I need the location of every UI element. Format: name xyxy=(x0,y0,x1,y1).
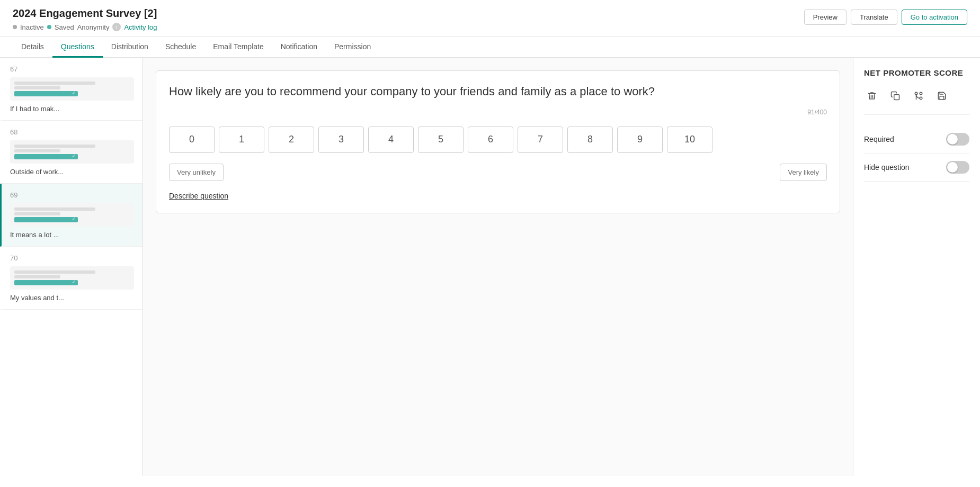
page-header: 2024 Engagement Survey [2] Inactive Save… xyxy=(0,0,980,37)
tab-details[interactable]: Details xyxy=(13,37,52,58)
required-row: Required xyxy=(864,125,969,154)
main-layout: 67 If I had to mak... 68 Outside of work… xyxy=(0,58,980,476)
copy-icon[interactable] xyxy=(887,88,903,104)
question-editor: How likely are you to recommend your com… xyxy=(156,70,840,213)
header-actions: Preview Translate Go to activation xyxy=(804,7,967,25)
preview-line-70-2 xyxy=(14,275,60,278)
describe-question-link[interactable]: Describe question xyxy=(169,192,228,200)
nps-label-right[interactable]: Very likely xyxy=(780,164,827,181)
nps-btn-1[interactable]: 1 xyxy=(219,127,264,153)
required-toggle[interactable] xyxy=(946,133,969,146)
nav-tabs: Details Questions Distribution Schedule … xyxy=(0,37,980,58)
preview-line-69-2 xyxy=(14,212,60,215)
nps-btn-2[interactable]: 2 xyxy=(269,127,314,153)
preview-line-68-2 xyxy=(14,149,60,152)
card-number-67: 67 xyxy=(10,65,134,73)
preview-line-2 xyxy=(14,86,60,89)
question-card-68[interactable]: 68 Outside of work... xyxy=(0,121,142,184)
question-card-69[interactable]: 69 It means a lot ... xyxy=(0,184,142,247)
tab-email-template[interactable]: Email Template xyxy=(204,37,272,58)
preview-bar-69 xyxy=(14,217,78,222)
nps-btn-0[interactable]: 0 xyxy=(169,127,215,153)
svg-rect-0 xyxy=(894,95,899,100)
nps-btn-5[interactable]: 5 xyxy=(418,127,464,153)
card-preview-70 xyxy=(10,266,134,290)
card-number-68: 68 xyxy=(10,128,134,136)
status-saved: Saved xyxy=(55,23,74,31)
go-to-activation-button[interactable]: Go to activation xyxy=(902,10,967,25)
tab-schedule[interactable]: Schedule xyxy=(157,37,204,58)
question-card-67[interactable]: 67 If I had to mak... xyxy=(0,58,142,121)
card-preview-69 xyxy=(10,203,134,227)
preview-bar-67 xyxy=(14,91,78,96)
tab-questions[interactable]: Questions xyxy=(52,37,103,58)
card-label-69: It means a lot ... xyxy=(10,231,134,239)
preview-bar-70 xyxy=(14,280,78,285)
question-card-70[interactable]: 70 My values and t... xyxy=(0,247,142,310)
anonymity-info-icon[interactable]: i xyxy=(112,23,121,31)
hide-question-toggle[interactable] xyxy=(946,161,969,174)
anonymity-label: Anonymity xyxy=(77,23,110,31)
hide-question-row: Hide question xyxy=(864,154,969,182)
question-text[interactable]: How likely are you to recommend your com… xyxy=(169,84,827,100)
nps-btn-9[interactable]: 9 xyxy=(617,127,663,153)
required-label: Required xyxy=(864,135,894,143)
header-meta: Inactive Saved Anonymity i Activity log xyxy=(13,23,157,31)
hide-question-label: Hide question xyxy=(864,163,910,172)
char-count: 91/400 xyxy=(169,109,827,116)
svg-point-2 xyxy=(920,92,922,95)
card-label-68: Outside of work... xyxy=(10,168,134,176)
preview-line-68-1 xyxy=(14,145,95,148)
panel-title: NET PROMOTER SCORE xyxy=(864,68,969,77)
hide-question-toggle-knob xyxy=(947,162,958,173)
preview-line-70-1 xyxy=(14,270,95,274)
nps-label-left[interactable]: Very unlikely xyxy=(169,164,224,181)
status-inactive: Inactive xyxy=(20,23,44,31)
main-content: How likely are you to recommend your com… xyxy=(143,58,853,476)
panel-icons xyxy=(864,88,969,115)
required-toggle-knob xyxy=(947,134,958,145)
nps-btn-4[interactable]: 4 xyxy=(368,127,414,153)
nps-labels: Very unlikely Very likely xyxy=(169,164,827,181)
card-label-70: My values and t... xyxy=(10,294,134,302)
preview-bar-68 xyxy=(14,154,78,159)
status-dot-saved xyxy=(47,25,51,29)
status-dot-inactive xyxy=(13,25,17,29)
card-preview-68 xyxy=(10,140,134,164)
preview-line-69-1 xyxy=(14,208,95,211)
page-title: 2024 Engagement Survey [2] xyxy=(13,7,157,20)
card-number-70: 70 xyxy=(10,254,134,262)
tab-notification[interactable]: Notification xyxy=(272,37,326,58)
tab-distribution[interactable]: Distribution xyxy=(103,37,157,58)
trash-icon[interactable] xyxy=(864,88,880,104)
branch-icon[interactable] xyxy=(911,88,926,104)
save-icon[interactable] xyxy=(934,88,950,104)
nps-btn-8[interactable]: 8 xyxy=(567,127,613,153)
preview-button[interactable]: Preview xyxy=(804,10,847,25)
sidebar: 67 If I had to mak... 68 Outside of work… xyxy=(0,58,143,476)
nps-btn-6[interactable]: 6 xyxy=(468,127,513,153)
preview-line-1 xyxy=(14,82,95,85)
nps-btn-10[interactable]: 10 xyxy=(667,127,712,153)
card-number-69: 69 xyxy=(10,191,134,199)
card-label-67: If I had to mak... xyxy=(10,105,134,113)
header-left: 2024 Engagement Survey [2] Inactive Save… xyxy=(13,7,157,37)
activity-log-link[interactable]: Activity log xyxy=(124,23,157,31)
nps-btn-3[interactable]: 3 xyxy=(318,127,364,153)
nps-btn-7[interactable]: 7 xyxy=(518,127,563,153)
tab-permission[interactable]: Permission xyxy=(326,37,379,58)
translate-button[interactable]: Translate xyxy=(851,10,897,25)
right-panel: NET PROMOTER SCORE xyxy=(853,58,980,476)
nps-scale: 0 1 2 3 4 5 6 7 8 9 10 xyxy=(169,127,827,153)
card-preview-67 xyxy=(10,77,134,101)
